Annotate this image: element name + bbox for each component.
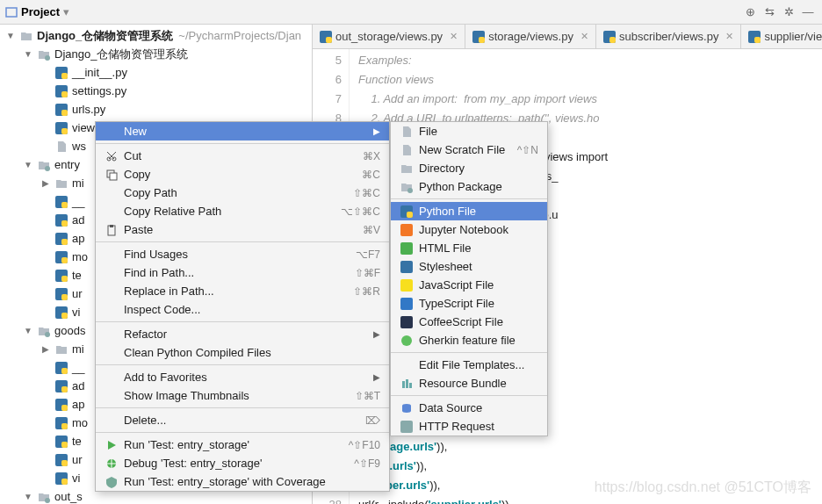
- menu-item[interactable]: Python Package: [391, 177, 547, 196]
- svg-rect-50: [754, 37, 761, 43]
- blank-icon: [105, 328, 119, 342]
- menu-label: File: [419, 125, 538, 138]
- debug-icon: [105, 457, 119, 471]
- menu-item[interactable]: Python File: [391, 202, 547, 220]
- expander-icon[interactable]: ▼: [23, 492, 33, 501]
- close-icon[interactable]: ✕: [450, 31, 458, 42]
- menu-item[interactable]: Run 'Test: entry_storage' with Coverage: [96, 472, 389, 491]
- svg-rect-64: [400, 279, 413, 292]
- menu-item[interactable]: Copy Relative Path ⌥⇧⌘C: [96, 202, 389, 220]
- svg-rect-7: [61, 110, 68, 116]
- menu-item[interactable]: Inspect Code...: [96, 300, 389, 319]
- tab-label: supplier/views.py: [764, 30, 822, 43]
- project-icon: [5, 6, 18, 18]
- gear-icon[interactable]: ✲: [780, 4, 797, 21]
- new-submenu[interactable]: File New Scratch File ^⇧N Directory Pyth…: [390, 121, 548, 436]
- menu-item[interactable]: Jupyter Notebook: [391, 220, 547, 239]
- menu-item[interactable]: CoffeeScript File: [391, 313, 547, 331]
- menu-item[interactable]: Copy Path ⇧⌘C: [96, 184, 389, 202]
- separator: [391, 395, 547, 396]
- svg-point-58: [407, 188, 413, 193]
- svg-rect-0: [6, 8, 17, 17]
- menu-item[interactable]: JavaScript File: [391, 276, 547, 294]
- svg-rect-48: [609, 37, 616, 43]
- target-icon[interactable]: ⊕: [741, 4, 759, 21]
- separator: [96, 432, 389, 433]
- menu-label: Copy: [124, 168, 362, 181]
- editor-tab[interactable]: storage/views.py ✕: [465, 25, 596, 48]
- tree-label: ap: [72, 232, 84, 245]
- menu-label: Find in Path...: [124, 266, 355, 279]
- menu-item[interactable]: Refactor ▶: [96, 325, 389, 343]
- menu-item[interactable]: Edit File Templates...: [391, 356, 547, 374]
- tree-row[interactable]: settings.py: [0, 82, 312, 100]
- menu-item[interactable]: Data Source: [391, 399, 547, 417]
- menu-item[interactable]: Replace in Path... ⇧⌘R: [96, 282, 389, 300]
- menu-item[interactable]: Delete... ⌦: [96, 411, 389, 429]
- menu-item[interactable]: Resource Bundle: [391, 374, 547, 392]
- collapse-icon[interactable]: ⇆: [761, 4, 778, 21]
- cut-icon: [105, 149, 119, 163]
- expander-icon[interactable]: ▼: [5, 31, 16, 40]
- expander-icon[interactable]: ▼: [23, 49, 33, 59]
- editor-tab[interactable]: subscriber/views.py ✕: [596, 25, 741, 48]
- menu-item[interactable]: Copy ⌘C: [96, 165, 389, 184]
- menu-item[interactable]: Stylesheet: [391, 257, 547, 276]
- shortcut: ⇧⌘T: [355, 390, 380, 402]
- pkg-icon: [400, 180, 414, 194]
- js-icon: [400, 278, 414, 292]
- editor-tab[interactable]: supplier/views.py ✕: [741, 25, 822, 48]
- menu-item[interactable]: Paste ⌘V: [96, 220, 389, 239]
- menu-item[interactable]: New Scratch File ^⇧N: [391, 140, 547, 159]
- menu-item[interactable]: TypeScript File: [391, 294, 547, 313]
- menu-item[interactable]: Debug 'Test: entry_storage' ^⇧F9: [96, 454, 389, 472]
- svg-rect-54: [110, 173, 117, 180]
- hide-icon[interactable]: —: [799, 4, 817, 21]
- py-icon: [54, 269, 68, 283]
- svg-rect-72: [400, 421, 413, 433]
- tree-row[interactable]: __init__.py: [0, 63, 312, 82]
- expander-icon[interactable]: ▼: [23, 160, 33, 169]
- svg-rect-27: [61, 368, 68, 374]
- dropdown-icon[interactable]: ▾: [63, 5, 69, 18]
- expander-icon[interactable]: ▶: [40, 178, 51, 188]
- context-menu[interactable]: New ▶ Cut ⌘X Copy ⌘C Copy Path ⇧⌘C Copy …: [95, 121, 390, 492]
- menu-label: TypeScript File: [419, 297, 538, 310]
- menu-item[interactable]: HTML File: [391, 239, 547, 257]
- py-icon: [54, 416, 68, 430]
- tab-label: storage/views.py: [488, 30, 573, 43]
- menu-item[interactable]: File: [391, 122, 547, 140]
- svg-rect-65: [400, 298, 413, 310]
- tree-label: urls.py: [72, 103, 105, 116]
- menu-item[interactable]: Add to Favorites ▶: [96, 368, 389, 386]
- close-icon[interactable]: ✕: [580, 31, 588, 42]
- menu-item[interactable]: Find in Path... ⇧⌘F: [96, 263, 389, 282]
- editor-tab[interactable]: out_storage/views.py ✕: [313, 25, 465, 48]
- menu-label: New Scratch File: [419, 143, 517, 156]
- expander-icon[interactable]: ▶: [40, 344, 51, 354]
- shortcut: ⇧⌘R: [353, 285, 380, 298]
- expander-icon[interactable]: ▼: [23, 326, 33, 335]
- menu-item[interactable]: New ▶: [96, 122, 389, 140]
- project-toolbar: Project ▾ ⊕ ⇆ ✲ —: [0, 0, 822, 25]
- menu-item[interactable]: Run 'Test: entry_storage' ^⇧F10: [96, 436, 389, 454]
- menu-item[interactable]: HTTP Request: [391, 417, 547, 436]
- close-icon[interactable]: ✕: [725, 31, 733, 42]
- tree-row[interactable]: ▼ Django_仓储物资管理系统 ~/PycharmProjects/Djan: [0, 26, 312, 45]
- menu-item[interactable]: Gherkin feature file: [391, 331, 547, 349]
- blank-icon: [105, 205, 119, 219]
- html-icon: [400, 241, 414, 256]
- tree-row[interactable]: urls.py: [0, 100, 312, 119]
- tree-label: out_s: [54, 490, 83, 503]
- menu-item[interactable]: Directory: [391, 159, 547, 177]
- svg-rect-18: [61, 257, 68, 263]
- py-icon: [54, 232, 68, 246]
- menu-item[interactable]: Clean Python Compiled Files: [96, 343, 389, 362]
- tree-row[interactable]: ▼ Django_仓储物资管理系统: [0, 45, 312, 63]
- menu-item[interactable]: Cut ⌘X: [96, 147, 389, 165]
- svg-point-25: [45, 332, 50, 337]
- ts-icon: [400, 297, 414, 311]
- menu-item[interactable]: Show Image Thumbnails ⇧⌘T: [96, 386, 389, 405]
- menu-item[interactable]: Find Usages ⌥F7: [96, 245, 389, 263]
- svg-rect-20: [61, 276, 68, 282]
